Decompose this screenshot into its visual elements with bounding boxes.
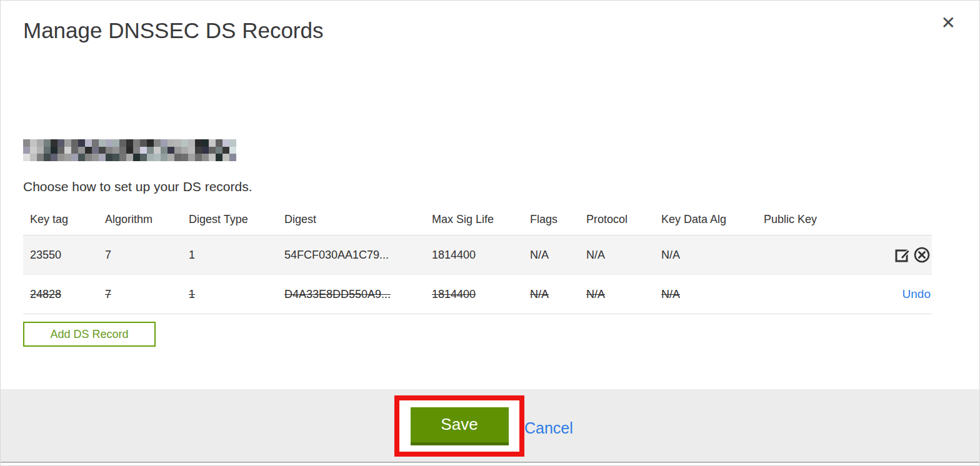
row-actions: Undo — [851, 275, 932, 314]
col-header-public-key: Public Key — [757, 206, 851, 235]
cell-algorithm: 7 — [98, 275, 182, 314]
col-header-algorithm: Algorithm — [98, 206, 182, 235]
annotation-highlight-box: Save — [394, 395, 524, 457]
cell-digest: 54FCF030AA1C79... — [278, 235, 425, 275]
cell-flags: N/A — [523, 275, 579, 314]
ds-records-table: Key tag Algorithm Digest Type Digest Max… — [23, 206, 932, 314]
col-header-digest: Digest — [278, 206, 425, 235]
col-header-protocol: Protocol — [579, 206, 654, 235]
close-icon[interactable]: ✕ — [939, 12, 958, 34]
cell-protocol: N/A — [579, 235, 654, 275]
cell-digest-type: 1 — [182, 235, 278, 275]
edit-icon[interactable] — [894, 246, 912, 264]
dialog-footer: Save Cancel — [1, 389, 979, 463]
cell-public-key — [757, 235, 851, 275]
table-row-deleted: 24828 7 1 D4A33E8DD550A9... 1814400 N/A … — [23, 275, 932, 314]
cell-max-sig-life: 1814400 — [425, 235, 523, 275]
manage-dnssec-ds-records-dialog: Manage DNSSEC DS Records ✕ Choose how to… — [0, 0, 980, 466]
col-header-key-data-alg: Key Data Alg — [654, 206, 757, 235]
page-title: Manage DNSSEC DS Records — [23, 18, 323, 43]
table-header-row: Key tag Algorithm Digest Type Digest Max… — [23, 206, 932, 235]
redacted-domain-name — [23, 139, 242, 161]
cell-public-key — [757, 275, 851, 314]
save-button[interactable]: Save — [411, 407, 509, 445]
undo-link[interactable]: Undo — [902, 287, 931, 300]
cell-key-data-alg: N/A — [654, 235, 757, 275]
cell-key-data-alg: N/A — [654, 275, 757, 314]
cell-algorithm: 7 — [98, 235, 182, 275]
cancel-link[interactable]: Cancel — [524, 419, 573, 437]
cell-protocol: N/A — [579, 275, 654, 314]
delete-icon[interactable] — [913, 246, 931, 264]
cell-key-tag: 24828 — [23, 275, 98, 314]
col-header-actions — [851, 206, 932, 235]
subtitle-text: Choose how to set up your DS records. — [23, 179, 252, 194]
cell-max-sig-life: 1814400 — [425, 275, 523, 314]
col-header-max-sig-life: Max Sig Life — [425, 206, 523, 235]
cell-flags: N/A — [523, 235, 579, 275]
cell-digest: D4A33E8DD550A9... — [278, 275, 425, 314]
cell-digest-type: 1 — [182, 275, 278, 314]
table-row: 23550 7 1 54FCF030AA1C79... 1814400 N/A … — [23, 235, 932, 275]
col-header-flags: Flags — [523, 206, 579, 235]
row-actions — [851, 235, 932, 275]
col-header-digest-type: Digest Type — [182, 206, 278, 235]
cell-key-tag: 23550 — [23, 235, 98, 275]
add-ds-record-button[interactable]: Add DS Record — [23, 322, 156, 347]
col-header-key-tag: Key tag — [23, 206, 98, 235]
